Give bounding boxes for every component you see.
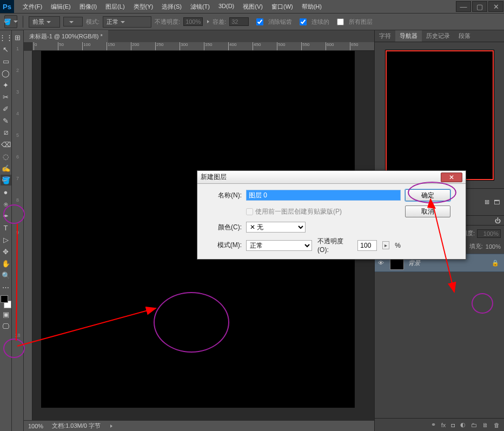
foreground-swatch[interactable] — [1, 295, 8, 303]
toolbox-aux: ⊞ 1 2 3 4 5 6 7 8 9 18 — [12, 30, 24, 431]
dodge-tool[interactable]: ⍟ — [1, 198, 11, 209]
dialog-title: 新建图层 — [201, 173, 227, 182]
menu-edit[interactable]: 编辑(E) — [47, 1, 75, 12]
type-tool[interactable]: T — [1, 222, 11, 233]
crop-tool[interactable]: ✂ — [1, 91, 11, 102]
clipmask-row: 使用前一图层创建剪贴蒙版(P) — [246, 207, 401, 216]
new-layer-icon[interactable]: 🗎 — [482, 422, 488, 428]
mask-icon[interactable]: ◘ — [451, 422, 455, 428]
close-button[interactable]: ✕ — [488, 1, 503, 12]
group-icon[interactable]: 🗀 — [471, 422, 477, 428]
quickmask-icon[interactable]: ▣ — [1, 309, 11, 320]
blur-tool[interactable]: ● — [1, 187, 11, 197]
ok-button[interactable]: 确定 — [405, 189, 450, 201]
statusbar-flyout-icon[interactable] — [110, 425, 112, 428]
menu-3d[interactable]: 3D(D) — [214, 1, 238, 12]
marquee-tool[interactable]: ▭ — [1, 56, 11, 67]
zoom-readout[interactable]: 100% — [28, 423, 43, 429]
menu-filter[interactable]: 滤镜(T) — [186, 1, 214, 12]
pen-tool[interactable]: ✒ — [1, 210, 11, 221]
pattern-dropdown[interactable] — [63, 17, 83, 26]
maximize-button[interactable]: ▢ — [472, 1, 487, 12]
panel-tabs-top: 字符 导航器 历史记录 段落 — [375, 30, 504, 42]
document-tabbar: 未标题-1 @ 100%(RGB/8) * — [24, 30, 374, 42]
tab-navigator[interactable]: 导航器 — [395, 30, 422, 42]
menu-file[interactable]: 文件(F) — [18, 1, 47, 12]
navigator-thumbnail[interactable] — [386, 50, 494, 180]
options-bar: 🪣 前景 模式: 正常 不透明度: 100% 容差: 32 消除锯齿 连续的 所… — [0, 13, 504, 30]
dialog-titlebar[interactable]: 新建图层 ✕ — [197, 171, 466, 184]
name-label: 名称(N): — [204, 191, 242, 200]
minimize-button[interactable]: — — [456, 1, 471, 12]
wand-tool[interactable]: ✦ — [1, 79, 11, 90]
filter-toggle[interactable]: ⏻ — [495, 217, 501, 224]
menu-layer[interactable]: 图层(L) — [101, 1, 129, 12]
dlg-opacity-label: 不透明度(O): — [317, 237, 352, 254]
brush-tool[interactable]: ⧄ — [1, 127, 11, 138]
tool-num: 5 — [16, 130, 19, 141]
eraser-tool[interactable]: ✍ — [1, 163, 11, 174]
antialias-checkbox[interactable] — [256, 18, 263, 25]
opacity-field[interactable]: 100% — [183, 17, 203, 26]
menu-window[interactable]: 窗口(W) — [267, 1, 297, 12]
zoom-tool[interactable]: 🔍 — [1, 270, 11, 281]
dlg-mode-dropdown[interactable]: 正常 — [246, 240, 312, 251]
tool-num: 6 — [16, 151, 19, 162]
ruler-horizontal[interactable]: 050100150200250300350400450500550600650 — [32, 42, 374, 51]
app-logo: Ps — [0, 0, 14, 13]
lasso-tool[interactable]: ◯ — [1, 68, 11, 78]
menu-image[interactable]: 图像(I) — [75, 1, 101, 12]
ruler-vertical[interactable] — [24, 51, 32, 420]
shape-tool[interactable]: ✥ — [1, 246, 11, 257]
document-tab[interactable]: 未标题-1 @ 100%(RGB/8) * — [24, 30, 108, 42]
menu-select[interactable]: 选择(S) — [157, 1, 186, 12]
screenmode-icon[interactable]: 🖵 — [1, 321, 11, 331]
trash-icon[interactable]: 🗑 — [494, 422, 500, 428]
layer-name[interactable]: 背景 — [408, 259, 420, 267]
opacity-flyout-icon[interactable] — [207, 20, 209, 23]
move-tool[interactable]: ↖ — [1, 44, 11, 55]
dlg-opacity-field[interactable] — [357, 240, 377, 251]
tab-character[interactable]: 字符 — [375, 30, 395, 42]
fx-icon[interactable]: fx — [441, 422, 446, 428]
color-swatches[interactable] — [1, 295, 11, 308]
alllayers-checkbox[interactable] — [337, 18, 344, 25]
path-tool[interactable]: ▷ — [1, 234, 11, 245]
name-field[interactable] — [246, 190, 401, 201]
new-layer-dialog: 新建图层 ✕ 名称(N): 确定 使用前一图层创建剪贴蒙版(P) 取消 颜色(C… — [197, 170, 466, 260]
adjustment-icon[interactable]: ◐ — [460, 421, 466, 428]
stamp-tool[interactable]: ⌫ — [1, 139, 11, 150]
layer-opacity-field[interactable]: 100% — [477, 229, 501, 238]
hand-tool[interactable]: ✋ — [1, 258, 11, 269]
contiguous-checkbox[interactable] — [300, 18, 307, 25]
tolerance-label: 容差: — [213, 18, 226, 26]
menu-help[interactable]: 帮助(H) — [297, 1, 326, 12]
bucket-tool-icon[interactable]: 🪣 — [4, 15, 17, 28]
panel-shortcut-icon[interactable]: 🗔 — [494, 199, 500, 205]
opacity-flyout-icon[interactable]: ▸ — [382, 241, 389, 249]
tab-history[interactable]: 历史记录 — [422, 30, 454, 42]
aux-icon[interactable]: ⊞ — [12, 32, 23, 43]
fill-source-dropdown[interactable]: 前景 — [29, 16, 60, 28]
panel-shortcut-icon[interactable]: ⊞ — [485, 198, 489, 205]
tolerance-field[interactable]: 32 — [229, 17, 249, 26]
menu-view[interactable]: 视图(V) — [238, 1, 267, 12]
visibility-icon[interactable]: 👁 — [378, 260, 386, 266]
dialog-close-button[interactable]: ✕ — [441, 173, 462, 182]
cancel-button[interactable]: 取消 — [405, 205, 450, 217]
eyedrop-tool[interactable]: ✐ — [1, 103, 11, 114]
heal-tool[interactable]: ✎ — [1, 115, 11, 126]
fill-field[interactable]: 100% — [486, 243, 501, 250]
history-brush-tool[interactable]: ◌ — [1, 151, 11, 162]
doc-info[interactable]: 文档:1.03M/0 字节 — [52, 422, 101, 430]
handle-icon[interactable]: ⋮⋮ — [1, 32, 11, 43]
color-dropdown[interactable]: ✕ 无 — [246, 222, 306, 233]
mode-dropdown[interactable]: 正常 — [103, 16, 151, 28]
bucket-tool[interactable]: 🪣 — [1, 175, 11, 185]
link-layers-icon[interactable]: ⚭ — [431, 421, 436, 428]
menu-type[interactable]: 类型(Y) — [129, 1, 158, 12]
tab-paragraph[interactable]: 段落 — [454, 30, 475, 42]
more-icon[interactable]: ⋯ — [1, 282, 11, 293]
contiguous-label: 连续的 — [311, 18, 329, 26]
layer-lock-icon[interactable]: 🔒 — [490, 260, 501, 267]
